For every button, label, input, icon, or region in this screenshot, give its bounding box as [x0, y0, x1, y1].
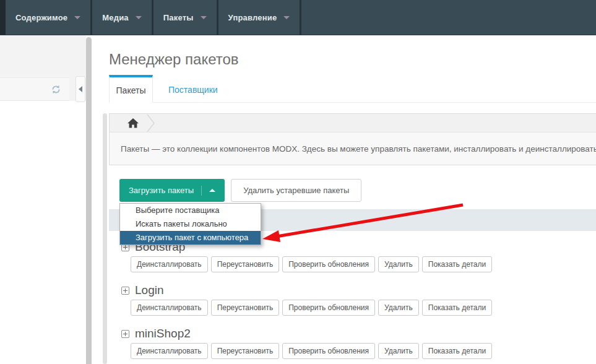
- package-name[interactable]: miniShop2: [135, 327, 191, 340]
- tab-bar: Пакеты Поставщики: [109, 75, 596, 103]
- page-title: Менеджер пакетов: [109, 50, 596, 69]
- sidebar-collapse-handle[interactable]: [76, 76, 85, 102]
- package-row: Login Деинсталлировать Переустановить Пр…: [109, 283, 596, 316]
- tree-panel-header-row: [0, 77, 86, 101]
- chevron-down-icon: [201, 16, 207, 19]
- app-body: Менеджер пакетов Пакеты Поставщики Пакет…: [0, 35, 596, 364]
- resource-tree-body: [0, 101, 86, 364]
- home-icon[interactable]: [127, 118, 139, 128]
- reinstall-button[interactable]: Переустановить: [211, 256, 280, 272]
- content-scrollbar[interactable]: [103, 113, 107, 364]
- package-name[interactable]: Login: [135, 284, 164, 297]
- nav-item-management[interactable]: Управление: [218, 0, 302, 35]
- packages-panel: Пакеты — это коллекции компонентов MODX.…: [109, 113, 596, 165]
- expand-row-icon[interactable]: [121, 287, 129, 295]
- nav-item-media[interactable]: Медиа: [92, 0, 153, 35]
- nav-item-label: Управление: [228, 13, 277, 22]
- package-actions: Деинсталлировать Переустановить Проверит…: [131, 256, 596, 272]
- grid-toolbar: Загрузить пакеты Удалить устаревшие паке…: [119, 179, 596, 202]
- remove-button[interactable]: Удалить: [378, 256, 419, 272]
- breadcrumb: [110, 114, 596, 132]
- show-details-button[interactable]: Показать детали: [422, 256, 492, 272]
- chevron-down-icon: [136, 16, 142, 19]
- panel-splitter[interactable]: [86, 37, 92, 364]
- remove-outdated-button[interactable]: Удалить устаревшие пакеты: [231, 179, 361, 202]
- show-details-button[interactable]: Показать детали: [422, 343, 492, 359]
- package-actions: Деинсталлировать Переустановить Проверит…: [131, 343, 596, 359]
- package-actions: Деинсталлировать Переустановить Проверит…: [131, 300, 596, 316]
- chevron-left-icon: [79, 86, 82, 92]
- remove-button[interactable]: Удалить: [378, 343, 419, 359]
- uninstall-button[interactable]: Деинсталлировать: [131, 256, 208, 272]
- sidebar-top-area: [0, 35, 86, 77]
- download-packages-label: Загрузить пакеты: [129, 186, 194, 195]
- breadcrumb-separator-icon: [147, 114, 155, 132]
- chevron-down-icon: [74, 16, 80, 19]
- reinstall-button[interactable]: Переустановить: [211, 343, 280, 359]
- nav-item-label: Содержимое: [15, 13, 67, 22]
- button-separator: [201, 186, 202, 196]
- remove-button[interactable]: Удалить: [378, 300, 419, 316]
- check-updates-button[interactable]: Проверить обновления: [282, 343, 375, 359]
- nav-item-packages[interactable]: Пакеты: [153, 0, 218, 35]
- download-packages-button[interactable]: Загрузить пакеты: [119, 179, 225, 202]
- chevron-up-icon: [209, 189, 215, 192]
- reinstall-button[interactable]: Переустановить: [211, 300, 280, 316]
- tab-providers[interactable]: Поставщики: [153, 75, 233, 102]
- check-updates-button[interactable]: Проверить обновления: [282, 300, 375, 316]
- show-details-button[interactable]: Показать детали: [422, 300, 492, 316]
- uninstall-button[interactable]: Деинсталлировать: [131, 300, 208, 316]
- tab-packages[interactable]: Пакеты: [109, 75, 153, 103]
- expand-row-icon[interactable]: [121, 330, 129, 338]
- chevron-down-icon: [283, 16, 290, 19]
- nav-item-label: Пакеты: [163, 13, 194, 22]
- uninstall-button[interactable]: Деинсталлировать: [131, 343, 208, 359]
- top-nav: Содержимое Медиа Пакеты Управление: [0, 0, 596, 35]
- refresh-icon[interactable]: [51, 84, 61, 95]
- tree-panel-header: [0, 77, 69, 101]
- package-row: miniShop2 Деинсталлировать Переустановит…: [109, 326, 596, 359]
- check-updates-button[interactable]: Проверить обновления: [282, 256, 375, 272]
- menu-item-search-locally[interactable]: Искать пакеты локально: [120, 217, 261, 231]
- main-content: Менеджер пакетов Пакеты Поставщики Пакет…: [92, 35, 596, 364]
- nav-item-content[interactable]: Содержимое: [6, 0, 92, 35]
- nav-item-label: Медиа: [102, 13, 129, 22]
- left-sidebar: [0, 35, 86, 364]
- menu-item-select-provider[interactable]: Выберите поставщика: [120, 204, 261, 217]
- download-packages-menu: Выберите поставщика Искать пакеты локаль…: [119, 203, 261, 245]
- menu-item-upload-from-computer[interactable]: Загрузить пакет с компьютера: [120, 231, 261, 245]
- packages-description: Пакеты — это коллекции компонентов MODX.…: [110, 132, 596, 165]
